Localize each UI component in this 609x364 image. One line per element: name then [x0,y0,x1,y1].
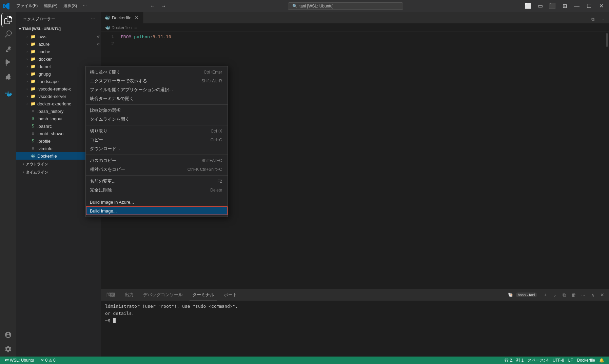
ctx-label: ダウンロード... [90,146,214,152]
ctx-shortcut: Shift+Alt+R [201,79,222,83]
ctx-label: タイムラインを開く [90,116,214,122]
ctx-shortcut: Ctrl+X [211,129,222,134]
ctx-shortcut: Ctrl+Enter [204,70,222,75]
ctx-item-download[interactable]: ダウンロード... [86,144,228,153]
ctx-item-rename[interactable]: 名前の変更... F2 [86,177,228,186]
ctx-separator-5 [86,196,228,196]
ctx-separator-4 [86,175,228,176]
ctx-item-open-terminal[interactable]: 統合ターミナルで開く [86,94,228,103]
context-menu-overlay[interactable]: 横に並べて開く Ctrl+Enter エクスプローラーで表示する Shift+A… [0,0,609,364]
ctx-item-build-image[interactable]: Build Image... [86,206,228,215]
ctx-item-delete[interactable]: 完全に削除 Delete [86,186,228,195]
ctx-shortcut: Ctrl+K Ctrl+Shift+C [188,167,222,172]
ctx-label: エクスプローラーで表示する [90,78,193,84]
ctx-item-copy-relative-path[interactable]: 相対パスをコピー Ctrl+K Ctrl+Shift+C [86,165,228,174]
ctx-shortcut: Ctrl+C [211,138,222,142]
ctx-label: 完全に削除 [90,187,202,193]
ctx-label: 統合ターミナルで開く [90,96,214,102]
ctx-item-show-explorer[interactable]: エクスプローラーで表示する Shift+Alt+R [86,77,228,85]
ctx-item-open-with[interactable]: ファイルを開くアプリケーションの選択... [86,85,228,94]
ctx-item-copy-path[interactable]: パスのコピー Shift+Alt+C [86,156,228,165]
ctx-label: コピー [90,137,202,143]
ctx-label: 切り取り [90,128,202,134]
ctx-label: 相対パスをコピー [90,166,179,173]
ctx-item-build-azure[interactable]: Build Image in Azure... [86,198,228,206]
ctx-shortcut: Delete [210,188,222,193]
ctx-label: 横に並べて開く [90,69,196,75]
ctx-item-open-side[interactable]: 横に並べて開く Ctrl+Enter [86,68,228,77]
ctx-label: 名前の変更... [90,178,209,184]
ctx-item-copy[interactable]: コピー Ctrl+C [86,136,228,144]
ctx-item-timeline[interactable]: タイムラインを開く [86,115,228,124]
ctx-item-compare[interactable]: 比較対象の選択 [86,106,228,115]
ctx-label: Build Image in Azure... [90,200,214,205]
ctx-label: パスのコピー [90,158,193,164]
ctx-label: Build Image... [90,208,214,214]
ctx-separator-1 [86,104,228,105]
ctx-shortcut: F2 [217,179,222,184]
ctx-label: ファイルを開くアプリケーションの選択... [90,87,214,93]
context-menu: 横に並べて開く Ctrl+Enter エクスプローラーで表示する Shift+A… [85,66,228,217]
ctx-shortcut: Shift+Alt+C [201,158,222,163]
ctx-label: 比較対象の選択 [90,107,214,114]
ctx-separator-2 [86,125,228,125]
ctx-separator-3 [86,155,228,155]
ctx-item-cut[interactable]: 切り取り Ctrl+X [86,127,228,136]
